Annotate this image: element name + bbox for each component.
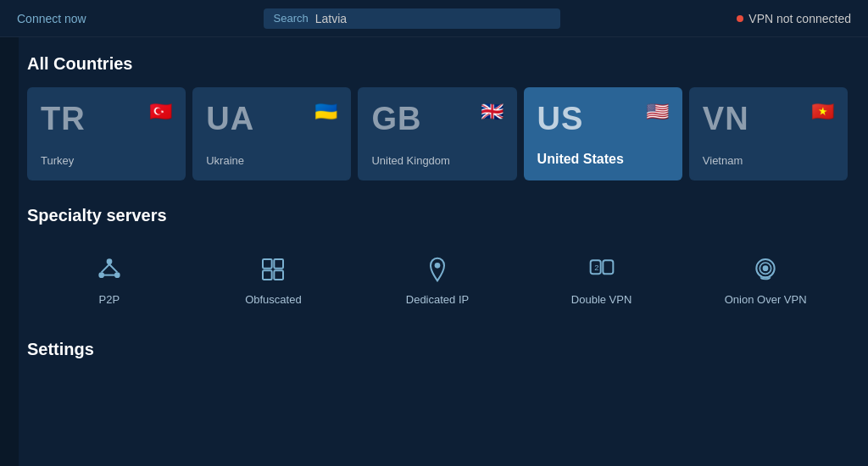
country-card-vn[interactable]: VN 🇻🇳 Vietnam: [689, 87, 848, 180]
search-box[interactable]: Search Latvia: [264, 8, 560, 29]
svg-rect-6: [263, 259, 272, 269]
search-value: Latvia: [315, 12, 347, 25]
obfuscated-icon: [256, 252, 290, 286]
vpn-status-dot: [737, 15, 743, 22]
dedicated-ip-icon: [420, 252, 454, 286]
svg-rect-7: [275, 259, 284, 269]
search-label: Search: [274, 12, 309, 25]
svg-rect-9: [275, 270, 284, 280]
svg-rect-12: [603, 260, 613, 274]
country-flag-tr: 🇹🇷: [149, 101, 172, 123]
country-flag-vn: 🇻🇳: [811, 101, 834, 123]
specialty-card-double-vpn[interactable]: 2 Double VPN: [520, 239, 684, 319]
settings-title: Settings: [27, 340, 848, 359]
double-vpn-icon: 2: [585, 252, 619, 286]
vpn-status-text: VPN not connected: [748, 12, 851, 25]
country-flag-gb: 🇬🇧: [481, 101, 504, 123]
country-card-us[interactable]: US 🇺🇸 United States: [524, 87, 682, 180]
connect-now-button[interactable]: Connect now: [17, 12, 86, 25]
specialty-servers-title: Specialty servers: [27, 206, 848, 225]
svg-line-4: [109, 264, 117, 272]
svg-line-3: [101, 264, 108, 272]
specialty-servers-section: Specialty servers P2P: [27, 206, 848, 319]
svg-point-10: [435, 263, 441, 269]
country-name-tr: Turkey: [41, 154, 172, 167]
obfuscated-label: Obfuscated: [245, 293, 302, 306]
country-card-tr[interactable]: TR 🇹🇷 Turkey: [27, 87, 186, 180]
country-cards-row: TR 🇹🇷 Turkey UA 🇺🇦 Ukraine GB 🇬🇧 United …: [27, 87, 848, 180]
svg-rect-8: [263, 270, 272, 280]
p2p-label: P2P: [99, 293, 120, 306]
dedicated-ip-label: Dedicated IP: [406, 293, 469, 306]
all-countries-title: All Countries: [27, 54, 848, 74]
country-name-us: United States: [537, 152, 669, 167]
onion-vpn-icon: [748, 252, 782, 286]
specialty-card-obfuscated[interactable]: Obfuscated: [192, 239, 356, 319]
all-countries-section: All Countries TR 🇹🇷 Turkey UA 🇺🇦 Ukraine…: [27, 54, 848, 180]
double-vpn-label: Double VPN: [571, 293, 632, 306]
country-name-ua: Ukraine: [206, 154, 337, 167]
specialty-card-onion-vpn[interactable]: Onion Over VPN: [683, 239, 848, 319]
left-sidebar: [0, 37, 19, 466]
country-card-ua[interactable]: UA 🇺🇦 Ukraine: [192, 87, 351, 180]
vpn-status-bar: VPN not connected: [737, 12, 851, 25]
country-flag-us: 🇺🇸: [646, 101, 669, 123]
top-bar: Connect now Search Latvia VPN not connec…: [0, 0, 868, 37]
country-flag-ua: 🇺🇦: [314, 101, 337, 123]
country-name-gb: United Kingdom: [371, 154, 503, 167]
svg-point-0: [106, 258, 112, 264]
svg-point-16: [763, 265, 769, 271]
onion-vpn-label: Onion Over VPN: [725, 293, 807, 306]
specialty-card-dedicated-ip[interactable]: Dedicated IP: [355, 239, 520, 319]
specialty-card-p2p[interactable]: P2P: [27, 239, 192, 319]
country-name-vn: Vietnam: [703, 154, 834, 167]
svg-text:2: 2: [594, 264, 598, 272]
p2p-icon: [92, 252, 126, 286]
settings-section: Settings: [27, 340, 848, 359]
country-card-gb[interactable]: GB 🇬🇧 United Kingdom: [358, 87, 516, 180]
specialty-cards-row: P2P Obfuscated: [27, 239, 848, 319]
